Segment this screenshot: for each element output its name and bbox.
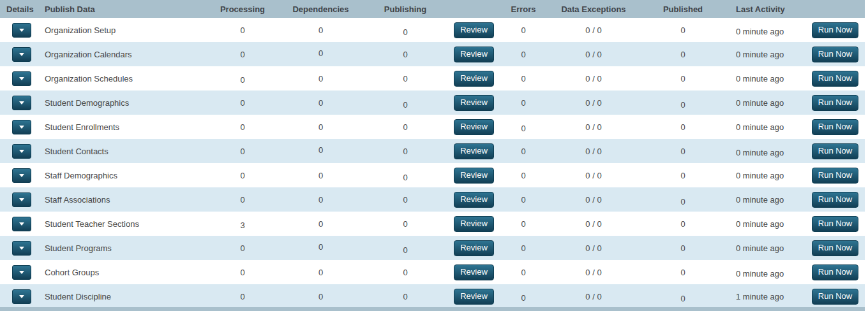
details-dropdown-button[interactable] [12,23,31,38]
errors-value: 0 [507,139,539,163]
published-value: 0 [648,189,718,213]
run-now-button[interactable]: Run Now [812,216,858,232]
header-publish-data: Publish Data [40,0,214,18]
processing-value: 0 [214,284,271,308]
run-now-button[interactable]: Run Now [812,192,858,208]
processing-value: 0 [214,139,271,163]
header-run-now-spacer [811,0,865,18]
published-value: 0 [648,260,718,284]
data-exceptions-value: 0 / 0 [539,115,648,139]
publish-data-name: Organization Schedules [40,66,214,90]
caret-down-icon [19,101,24,105]
header-data-exceptions: Data Exceptions [539,0,648,18]
review-button[interactable]: Review [454,47,494,62]
publish-data-name: Organization Calendars [40,42,214,66]
data-exceptions-value: 0 / 0 [539,284,648,308]
review-button[interactable]: Review [454,264,494,280]
errors-value: 0 [507,116,539,140]
details-dropdown-button[interactable] [12,192,31,207]
run-now-button[interactable]: Run Now [812,143,858,159]
details-dropdown-button[interactable] [12,265,31,280]
review-button[interactable]: Review [454,168,494,184]
publishing-value: 0 [370,165,440,189]
header-review-spacer [440,0,507,18]
review-button[interactable]: Review [454,119,494,135]
dependencies-value: 0 [271,66,370,90]
errors-value: 0 [507,260,539,284]
data-exceptions-value: 0 / 0 [539,260,648,284]
data-exceptions-value: 0 / 0 [539,42,648,66]
data-exceptions-value: 0 / 0 [539,187,648,212]
details-dropdown-button[interactable] [12,289,31,304]
header-errors: Errors [507,0,539,18]
run-now-button[interactable]: Run Now [812,289,858,305]
publish-data-name: Student Demographics [40,90,214,115]
details-dropdown-button[interactable] [12,47,31,62]
caret-down-icon [19,222,24,226]
publishing-value: 0 [370,187,440,212]
table-row: Student Discipline 0 0 0 Review 0 0 / 0 … [0,284,865,308]
run-now-button[interactable]: Run Now [812,47,858,62]
details-dropdown-button[interactable] [12,71,31,86]
errors-value: 0 [507,187,539,212]
published-value: 0 [648,163,718,187]
run-now-button[interactable]: Run Now [812,22,858,38]
details-dropdown-button[interactable] [12,168,31,183]
header-published: Published [648,0,718,18]
review-button[interactable]: Review [454,289,494,305]
last-activity-value: 0 minute ago [718,115,811,139]
bottom-scrollbar-track[interactable] [0,307,865,311]
table-row: Staff Associations 0 0 0 Review 0 0 / 0 … [0,187,865,212]
publish-data-table: Details Publish Data Processing Dependen… [0,0,865,308]
data-exceptions-value: 0 / 0 [539,163,648,187]
dependencies-value: 0 [271,18,370,42]
errors-value: 0 [507,18,539,42]
details-dropdown-button[interactable] [12,144,31,159]
caret-down-icon [19,29,24,32]
run-now-button[interactable]: Run Now [812,240,858,256]
publishing-value: 0 [370,115,440,139]
publish-data-name: Student Programs [40,236,214,260]
last-activity-value: 0 minute ago [718,90,811,115]
data-exceptions-value: 0 / 0 [539,212,648,236]
processing-value: 0 [214,68,271,92]
details-dropdown-button[interactable] [12,96,31,110]
review-button[interactable]: Review [454,22,494,38]
last-activity-value: 0 minute ago [718,212,811,236]
run-now-button[interactable]: Run Now [812,168,858,184]
caret-down-icon [19,295,24,298]
data-exceptions-value: 0 / 0 [539,236,648,260]
last-activity-value: 0 minute ago [718,163,811,187]
run-now-button[interactable]: Run Now [812,264,858,280]
review-button[interactable]: Review [454,71,494,87]
review-button[interactable]: Review [454,95,494,111]
processing-value: 0 [214,187,271,212]
review-button[interactable]: Review [454,143,494,159]
details-dropdown-button[interactable] [12,217,31,231]
processing-value: 3 [214,213,271,237]
run-now-button[interactable]: Run Now [812,71,858,87]
review-button[interactable]: Review [454,192,494,208]
details-dropdown-button[interactable] [12,241,31,256]
publishing-value: 0 [370,92,440,117]
header-last-activity: Last Activity [718,0,811,18]
publish-data-name: Student Discipline [40,284,214,308]
details-dropdown-button[interactable] [12,120,31,134]
review-button[interactable]: Review [454,240,494,256]
table-row: Student Demographics 0 0 0 Review 0 0 / … [0,90,865,115]
run-now-button[interactable]: Run Now [812,95,858,111]
dependencies-value: 0 [271,212,370,236]
review-button[interactable]: Review [454,216,494,232]
table-row: Organization Setup 0 0 0 Review 0 0 / 0 … [0,18,865,42]
dependencies-value: 0 [271,115,370,139]
caret-down-icon [19,198,24,201]
run-now-button[interactable]: Run Now [812,119,858,135]
last-activity-value: 0 minute ago [718,66,811,90]
dependencies-value: 0 [271,138,370,162]
processing-value: 0 [214,236,271,260]
publish-data-name: Cohort Groups [40,260,214,284]
data-exceptions-value: 0 / 0 [539,66,648,90]
caret-down-icon [19,247,24,250]
last-activity-value: 0 minute ago [718,140,811,164]
publish-data-name: Staff Associations [40,187,214,212]
